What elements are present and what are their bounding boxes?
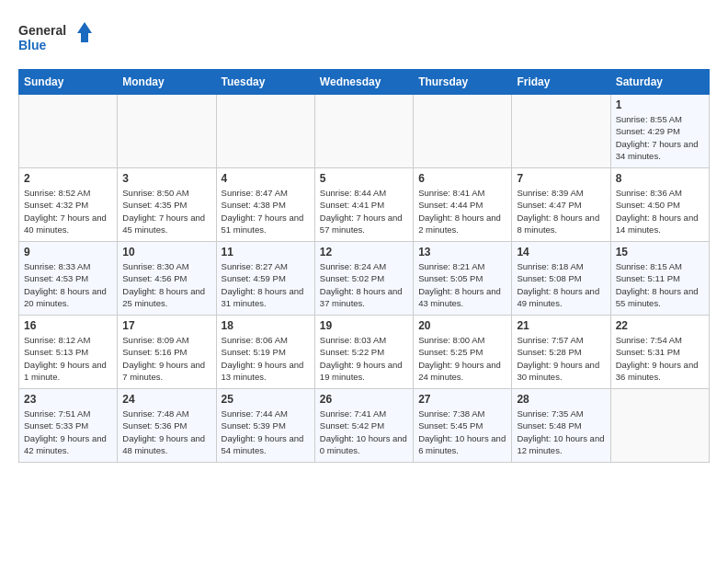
day-info: Sunrise: 8:33 AM Sunset: 4:53 PM Dayligh… (24, 260, 112, 309)
calendar-cell: 12Sunrise: 8:24 AM Sunset: 5:02 PM Dayli… (314, 242, 413, 316)
weekday-header-thursday: Thursday (414, 70, 512, 95)
calendar-cell: 21Sunrise: 7:57 AM Sunset: 5:28 PM Dayli… (512, 316, 610, 389)
calendar-cell: 18Sunrise: 8:06 AM Sunset: 5:19 PM Dayli… (216, 316, 314, 389)
calendar-week-5: 23Sunrise: 7:51 AM Sunset: 5:33 PM Dayli… (19, 389, 710, 463)
day-number: 4 (222, 172, 310, 185)
day-info: Sunrise: 8:21 AM Sunset: 5:05 PM Dayligh… (418, 260, 506, 309)
calendar-cell: 3Sunrise: 8:50 AM Sunset: 4:35 PM Daylig… (118, 168, 216, 242)
day-number: 12 (320, 246, 408, 259)
day-info: Sunrise: 7:57 AM Sunset: 5:28 PM Dayligh… (517, 334, 605, 383)
calendar-cell: 17Sunrise: 8:09 AM Sunset: 5:16 PM Dayli… (118, 316, 216, 389)
day-number: 16 (24, 319, 112, 332)
calendar-cell (610, 389, 709, 463)
day-number: 1 (616, 98, 704, 111)
calendar-cell: 8Sunrise: 8:36 AM Sunset: 4:50 PM Daylig… (610, 168, 709, 242)
calendar-cell: 16Sunrise: 8:12 AM Sunset: 5:13 PM Dayli… (19, 316, 118, 389)
calendar-header: SundayMondayTuesdayWednesdayThursdayFrid… (19, 70, 710, 95)
calendar-cell (414, 95, 512, 168)
calendar-cell: 1Sunrise: 8:55 AM Sunset: 4:29 PM Daylig… (610, 95, 709, 168)
day-info: Sunrise: 8:15 AM Sunset: 5:11 PM Dayligh… (616, 260, 704, 309)
day-number: 24 (122, 393, 210, 406)
day-info: Sunrise: 8:44 AM Sunset: 4:41 PM Dayligh… (320, 187, 408, 236)
calendar-cell: 23Sunrise: 7:51 AM Sunset: 5:33 PM Dayli… (19, 389, 118, 463)
day-number: 27 (418, 393, 506, 406)
day-number: 25 (222, 393, 310, 406)
day-number: 9 (24, 246, 112, 259)
day-number: 3 (122, 172, 210, 185)
logo: General Blue (18, 18, 92, 60)
day-info: Sunrise: 8:24 AM Sunset: 5:02 PM Dayligh… (320, 260, 408, 309)
weekday-header-sunday: Sunday (19, 70, 118, 95)
weekday-header-wednesday: Wednesday (314, 70, 413, 95)
calendar-cell: 26Sunrise: 7:41 AM Sunset: 5:42 PM Dayli… (314, 389, 413, 463)
calendar-cell: 20Sunrise: 8:00 AM Sunset: 5:25 PM Dayli… (414, 316, 512, 389)
svg-text:General: General (18, 23, 66, 38)
calendar-cell: 15Sunrise: 8:15 AM Sunset: 5:11 PM Dayli… (610, 242, 709, 316)
day-info: Sunrise: 7:51 AM Sunset: 5:33 PM Dayligh… (24, 408, 112, 456)
svg-text:Blue: Blue (18, 38, 47, 52)
day-info: Sunrise: 8:50 AM Sunset: 4:35 PM Dayligh… (122, 187, 210, 236)
calendar-cell: 5Sunrise: 8:44 AM Sunset: 4:41 PM Daylig… (314, 168, 413, 242)
calendar-cell: 27Sunrise: 7:38 AM Sunset: 5:45 PM Dayli… (414, 389, 512, 463)
day-number: 21 (517, 319, 605, 332)
day-number: 28 (517, 393, 605, 406)
calendar-cell (19, 95, 118, 168)
day-number: 2 (24, 172, 112, 185)
day-info: Sunrise: 7:35 AM Sunset: 5:48 PM Dayligh… (517, 408, 605, 456)
day-number: 26 (320, 393, 408, 406)
day-info: Sunrise: 7:54 AM Sunset: 5:31 PM Dayligh… (616, 334, 704, 383)
day-info: Sunrise: 8:00 AM Sunset: 5:25 PM Dayligh… (418, 334, 506, 383)
calendar-cell: 13Sunrise: 8:21 AM Sunset: 5:05 PM Dayli… (414, 242, 512, 316)
day-info: Sunrise: 8:12 AM Sunset: 5:13 PM Dayligh… (24, 334, 112, 383)
calendar-cell: 2Sunrise: 8:52 AM Sunset: 4:32 PM Daylig… (19, 168, 118, 242)
day-info: Sunrise: 8:47 AM Sunset: 4:38 PM Dayligh… (222, 187, 310, 236)
calendar-week-1: 1Sunrise: 8:55 AM Sunset: 4:29 PM Daylig… (19, 95, 710, 168)
calendar-cell: 6Sunrise: 8:41 AM Sunset: 4:44 PM Daylig… (414, 168, 512, 242)
day-number: 8 (616, 172, 704, 185)
calendar-cell (314, 95, 413, 168)
day-info: Sunrise: 7:41 AM Sunset: 5:42 PM Dayligh… (320, 408, 408, 456)
calendar-cell: 7Sunrise: 8:39 AM Sunset: 4:47 PM Daylig… (512, 168, 610, 242)
calendar-cell (512, 95, 610, 168)
calendar-table: SundayMondayTuesdayWednesdayThursdayFrid… (18, 69, 710, 463)
day-info: Sunrise: 8:30 AM Sunset: 4:56 PM Dayligh… (122, 260, 210, 309)
weekday-header-saturday: Saturday (610, 70, 709, 95)
calendar-week-3: 9Sunrise: 8:33 AM Sunset: 4:53 PM Daylig… (19, 242, 710, 316)
calendar-week-2: 2Sunrise: 8:52 AM Sunset: 4:32 PM Daylig… (19, 168, 710, 242)
calendar-cell: 10Sunrise: 8:30 AM Sunset: 4:56 PM Dayli… (118, 242, 216, 316)
day-info: Sunrise: 8:27 AM Sunset: 4:59 PM Dayligh… (222, 260, 310, 309)
svg-marker-2 (77, 22, 92, 42)
day-info: Sunrise: 8:36 AM Sunset: 4:50 PM Dayligh… (616, 187, 704, 236)
day-number: 13 (418, 246, 506, 259)
weekday-header-friday: Friday (512, 70, 610, 95)
day-info: Sunrise: 8:06 AM Sunset: 5:19 PM Dayligh… (222, 334, 310, 383)
day-number: 17 (122, 319, 210, 332)
calendar-cell: 28Sunrise: 7:35 AM Sunset: 5:48 PM Dayli… (512, 389, 610, 463)
day-info: Sunrise: 8:09 AM Sunset: 5:16 PM Dayligh… (122, 334, 210, 383)
calendar-body: 1Sunrise: 8:55 AM Sunset: 4:29 PM Daylig… (19, 95, 710, 463)
day-number: 11 (222, 246, 310, 259)
calendar-cell (216, 95, 314, 168)
calendar-cell: 11Sunrise: 8:27 AM Sunset: 4:59 PM Dayli… (216, 242, 314, 316)
day-info: Sunrise: 7:44 AM Sunset: 5:39 PM Dayligh… (222, 408, 310, 456)
day-number: 14 (517, 246, 605, 259)
header-row: SundayMondayTuesdayWednesdayThursdayFrid… (19, 70, 710, 95)
day-number: 19 (320, 319, 408, 332)
calendar-cell: 9Sunrise: 8:33 AM Sunset: 4:53 PM Daylig… (19, 242, 118, 316)
calendar-cell: 22Sunrise: 7:54 AM Sunset: 5:31 PM Dayli… (610, 316, 709, 389)
day-info: Sunrise: 8:41 AM Sunset: 4:44 PM Dayligh… (418, 187, 506, 236)
calendar-cell: 24Sunrise: 7:48 AM Sunset: 5:36 PM Dayli… (118, 389, 216, 463)
day-info: Sunrise: 7:38 AM Sunset: 5:45 PM Dayligh… (418, 408, 506, 456)
day-info: Sunrise: 8:18 AM Sunset: 5:08 PM Dayligh… (517, 260, 605, 309)
calendar-cell: 25Sunrise: 7:44 AM Sunset: 5:39 PM Dayli… (216, 389, 314, 463)
day-number: 5 (320, 172, 408, 185)
calendar-week-4: 16Sunrise: 8:12 AM Sunset: 5:13 PM Dayli… (19, 316, 710, 389)
day-number: 15 (616, 246, 704, 259)
calendar-cell (118, 95, 216, 168)
logo-svg: General Blue (18, 18, 92, 60)
day-info: Sunrise: 8:55 AM Sunset: 4:29 PM Dayligh… (616, 113, 704, 162)
weekday-header-tuesday: Tuesday (216, 70, 314, 95)
calendar-cell: 19Sunrise: 8:03 AM Sunset: 5:22 PM Dayli… (314, 316, 413, 389)
day-number: 20 (418, 319, 506, 332)
day-number: 6 (418, 172, 506, 185)
